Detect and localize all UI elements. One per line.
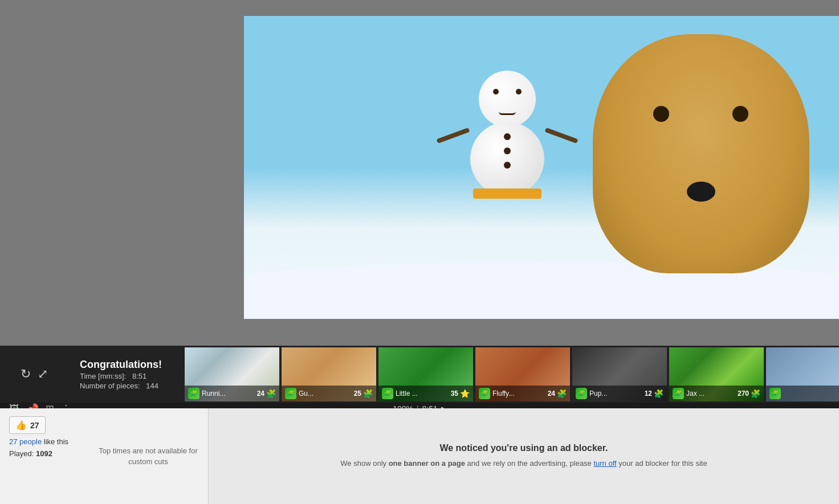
ad-text-middle: and we rely on the advertising, please: [465, 459, 593, 468]
app-icon-6: 🧩: [673, 388, 684, 399]
thumb-puzzle-icon-3: ⭐: [460, 389, 470, 398]
app-icon-5: 🧩: [576, 388, 587, 399]
icon-row: ↻ ⤢: [21, 367, 48, 382]
ad-text-bold: one banner on a page: [389, 459, 465, 468]
dog-eye-right: [732, 106, 748, 122]
snowman-arm-right: [544, 128, 578, 144]
snowman: [470, 71, 544, 196]
thumb-label-5: Pup...: [589, 390, 642, 398]
snowman-eye-left: [493, 89, 499, 95]
like-people-link[interactable]: 27 people: [9, 437, 42, 446]
pieces-label: Number of pieces:: [80, 382, 140, 390]
thumb-puzzle-icon-2: 🧩: [363, 389, 373, 398]
thumb-puzzle-icon-6: 🧩: [751, 389, 760, 398]
ad-turn-off-link[interactable]: turn off: [593, 459, 616, 468]
played-count: 1092: [36, 449, 52, 458]
played-line: Played: 1092: [9, 449, 79, 458]
snowman-button-3: [504, 162, 511, 169]
snowman-button-2: [504, 147, 511, 154]
app-icon-1: 🧩: [188, 388, 199, 399]
control-bar: ↻ ⤢ Congratulations! Time [mm:ss]: 8:51 …: [0, 346, 839, 408]
time-label: Time [mm:ss]:: [80, 372, 126, 380]
thumbnail-3[interactable]: 🧩 Little ... 35 ⭐: [378, 347, 473, 401]
snowman-arm-left: [436, 128, 470, 144]
thumbnail-1[interactable]: 🧩 Runni... 24 🧩: [185, 347, 279, 401]
thumb-count-2: 25: [354, 390, 361, 398]
thumb-label-1: Runni...: [202, 390, 255, 398]
thumbnails-area: 🧩 Runni... 24 🧩 🧩 Gu... 25 🧩 🧩: [182, 346, 839, 403]
app-icon-7: 🧩: [769, 388, 781, 399]
thumb-overlay-6: 🧩 Jax ... 270 🧩: [669, 386, 764, 401]
snowman-button-1: [504, 133, 511, 140]
thumb-count-4: 24: [548, 390, 555, 398]
bottom-strip: 👍 27 27 people like this Played: 1092 To…: [0, 408, 839, 504]
snowman-eye-right: [516, 89, 522, 95]
thumbnail-5[interactable]: 🧩 Pup... 12 🧩: [572, 347, 667, 401]
congratulations-title: Congratulations!: [80, 359, 171, 371]
congratulations-time: Time [mm:ss]: 8:51: [80, 372, 171, 380]
thumb-count-1: 24: [257, 390, 264, 398]
dog-image: [593, 34, 809, 273]
left-controls: ↻ ⤢: [0, 346, 68, 403]
pieces-value: 144: [146, 382, 158, 390]
played-label: Played:: [9, 449, 34, 458]
thumb-label-6: Jax ...: [686, 390, 735, 398]
snowman-head: [479, 71, 536, 128]
thumb-overlay-3: 🧩 Little ... 35 ⭐: [378, 386, 473, 401]
like-button[interactable]: 👍 27: [9, 416, 46, 434]
app-icon-4: 🧩: [479, 388, 490, 399]
dog-eye-left: [653, 106, 669, 122]
congratulations-panel: Congratulations! Time [mm:ss]: 8:51 Numb…: [68, 346, 182, 403]
time-value: 8:51: [132, 372, 146, 380]
thumbnail-7[interactable]: 🧩: [766, 347, 839, 401]
thumb-puzzle-icon-5: 🧩: [654, 389, 663, 398]
ad-blocker-text: We show only one banner on a page and we…: [226, 458, 822, 470]
thumb-puzzle-icon-1: 🧩: [266, 389, 276, 398]
thumb-count-5: 12: [645, 390, 652, 398]
thumb-puzzle-icon-4: 🧩: [557, 389, 567, 398]
share-button[interactable]: ⤢: [38, 367, 48, 382]
thumb-overlay-4: 🧩 Fluffy... 24 🧩: [475, 386, 570, 401]
bottom-left-panel: 👍 27 27 people like this Played: 1092: [0, 408, 88, 504]
snowman-scarf: [473, 189, 541, 199]
ad-text-before: We show only: [340, 459, 388, 468]
puzzle-canvas: [244, 16, 839, 319]
congratulations-pieces: Number of pieces: 144: [80, 382, 171, 390]
thumbnail-4[interactable]: 🧩 Fluffy... 24 🧩: [475, 347, 570, 401]
thumbs-up-icon: 👍: [15, 420, 27, 431]
snowman-mouth: [499, 112, 516, 115]
dog-nose: [687, 182, 715, 202]
custom-cuts-text: Top times are not available for custom c…: [97, 445, 199, 468]
thumbnail-2[interactable]: 🧩 Gu... 25 🧩: [282, 347, 376, 401]
thumb-count-6: 270: [738, 390, 749, 398]
thumb-label-2: Gu...: [299, 390, 352, 398]
app-icon-3: 🧩: [382, 388, 393, 399]
ad-blocker-panel: We noticed you're using an ad blocker. W…: [208, 408, 839, 504]
ad-blocker-title: We noticed you're using an ad blocker.: [226, 443, 822, 453]
puzzle-image: [244, 16, 839, 319]
top-row: ↻ ⤢ Congratulations! Time [mm:ss]: 8:51 …: [0, 346, 839, 403]
app-icon-2: 🧩: [285, 388, 296, 399]
restart-button[interactable]: ↻: [21, 367, 31, 382]
thumb-overlay-2: 🧩 Gu... 25 🧩: [282, 386, 376, 401]
thumbnail-6[interactable]: 🧩 Jax ... 270 🧩: [669, 347, 764, 401]
snowman-body: [470, 122, 544, 196]
ad-text-after: your ad blocker for this site: [617, 459, 707, 468]
custom-cuts-panel: Top times are not available for custom c…: [88, 408, 208, 504]
thumb-overlay-5: 🧩 Pup... 12 🧩: [572, 386, 667, 401]
like-people-line: 27 people like this: [9, 437, 79, 446]
thumb-overlay-7: 🧩: [766, 386, 839, 401]
like-suffix: like this: [42, 437, 68, 446]
thumb-label-4: Fluffy...: [492, 390, 545, 398]
thumb-label-3: Little ...: [396, 390, 449, 398]
thumb-count-3: 35: [451, 390, 458, 398]
thumb-overlay-1: 🧩 Runni... 24 🧩: [185, 386, 279, 401]
like-count: 27: [30, 421, 39, 430]
